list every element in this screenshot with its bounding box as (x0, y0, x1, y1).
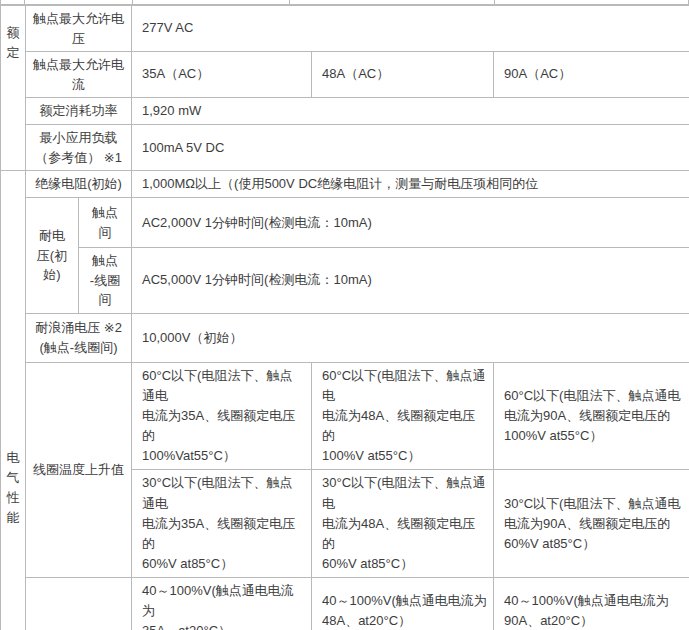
row-holding-voltage-20c: 线圈保持电压 ※3 40～100%V(触点通电电流为 35A、at20°C） 4… (1, 578, 689, 630)
coil-temp-rise-label: 线圈温度上升值 (26, 362, 132, 577)
partial-top-divider (494, 0, 495, 4)
max-contact-current-label: 触点最大允许电 流 (26, 52, 132, 98)
row-surge-voltage: 耐浪涌电压 ※2 (触点-线圈间) 10,000V（初始） (1, 313, 689, 362)
holding-voltage-20c-35a: 40～100%V(触点通电电流为 35A、at20°C） (132, 578, 312, 630)
partial-row-top (0, 0, 689, 5)
contacts-coil-label: 触点 -线圈 间 (79, 248, 132, 314)
group-rated: 额 定 (1, 6, 26, 171)
row-max-contact-voltage: 额 定 触点最大允许电 压 277V AC (1, 6, 689, 52)
temp-rise-60pct-90a: 30°C以下(电阻法下、触点通电 电流为90A、线圈额定电压的 60%V at8… (494, 470, 689, 578)
temp-rise-60pct-35a: 30°C以下(电阻法下、触点通电 电流为35A、线圈额定电压的 60%V at8… (132, 470, 312, 578)
between-contacts-value: AC2,000V 1分钟时间(检测电流：10mA) (132, 198, 689, 248)
row-power-consumption: 额定消耗功率 1,920 mW (1, 98, 689, 125)
spec-page: 额 定 触点最大允许电 压 277V AC 触点最大允许电 流 35A（AC） … (0, 0, 689, 630)
max-contact-current-48a: 48A（AC） (312, 52, 494, 98)
max-contact-current-35a: 35A（AC） (132, 52, 312, 98)
spec-table: 额 定 触点最大允许电 压 277V AC 触点最大允许电 流 35A（AC） … (0, 5, 689, 630)
row-insulation-resistance: 电 气 性 能 绝缘电阻(初始) 1,000MΩ以上（(使用500V DC绝缘电… (1, 171, 689, 198)
row-withstand-contacts-coil: 触点 -线圈 间 AC5,000V 1分钟时间(检测电流：10mA) (1, 248, 689, 314)
temp-rise-100pct-90a: 60°C以下(电阻法下、触点通电 电流为90A、线圈额定电压的 100%V at… (494, 362, 689, 470)
row-min-load: 最小应用负载 （参考值） ※1 100mA 5V DC (1, 125, 689, 171)
row-withstand-between-contacts: 耐电 压(初 始) 触点 间 AC2,000V 1分钟时间(检测电流：10mA) (1, 198, 689, 248)
min-load-label: 最小应用负载 （参考值） ※1 (26, 125, 132, 171)
temp-rise-100pct-48a: 60°C以下(电阻法下、触点通电 电流为48A、线圈额定电压的 100%V at… (312, 362, 494, 470)
min-load-value: 100mA 5V DC (132, 125, 689, 171)
holding-voltage-20c-48a: 40～100%V(触点通电电流为 48A、at20°C） (312, 578, 494, 630)
between-contacts-label: 触点 间 (79, 198, 132, 248)
contacts-coil-value: AC5,000V 1分钟时间(检测电流：10mA) (132, 248, 689, 314)
insulation-resistance-value: 1,000MΩ以上（(使用500V DC绝缘电阻计，测量与耐电压项相同的位 (132, 171, 689, 198)
holding-voltage-20c-90a: 40～100%V(触点通电电流为 90A、at20°C） (494, 578, 689, 630)
row-temp-rise-100pct: 线圈温度上升值 60°C以下(电阻法下、触点通电 电流为35A、线圈额定电压的 … (1, 362, 689, 470)
group-electrical: 电 气 性 能 (1, 171, 26, 630)
surge-voltage-label: 耐浪涌电压 ※2 (触点-线圈间) (26, 313, 132, 362)
max-contact-voltage-value: 277V AC (132, 6, 689, 52)
partial-top-divider (132, 0, 133, 4)
temp-rise-60pct-48a: 30°C以下(电阻法下、触点通电 电流为48A、线圈额定电压的 60%V at8… (312, 470, 494, 578)
power-consumption-label: 额定消耗功率 (26, 98, 132, 125)
max-contact-current-90a: 90A（AC） (494, 52, 689, 98)
temp-rise-100pct-35a: 60°C以下(电阻法下、触点通电 电流为35A、线圈额定电压的 100%Vat5… (132, 362, 312, 470)
withstand-voltage-label: 耐电 压(初 始) (26, 198, 79, 314)
row-max-contact-current: 触点最大允许电 流 35A（AC） 48A（AC） 90A（AC） (1, 52, 689, 98)
coil-holding-voltage-label: 线圈保持电压 ※3 (26, 578, 132, 630)
insulation-resistance-label: 绝缘电阻(初始) (26, 171, 132, 198)
max-contact-voltage-label: 触点最大允许电 压 (26, 6, 132, 52)
partial-top-divider (289, 0, 290, 4)
surge-voltage-value: 10,000V（初始） (132, 313, 689, 362)
power-consumption-value: 1,920 mW (132, 98, 689, 125)
partial-top-divider (24, 0, 25, 4)
